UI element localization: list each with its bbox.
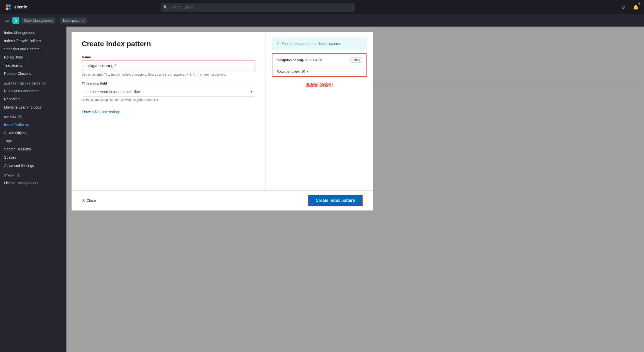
sidebar-item-advanced-settings[interactable]: Advanced Settings [0, 161, 66, 170]
sidebar-section-stack: Stack ? License Management [0, 170, 66, 187]
create-index-pattern-button[interactable]: Create index pattern [308, 195, 363, 206]
notifications-icon-button[interactable]: 🔔 [632, 3, 640, 11]
breadcrumb-current-page: Index patterns [61, 18, 87, 24]
elastic-logo-icon [4, 3, 12, 11]
breadcrumb-bar: ☰ D Stack Management › Index patterns [0, 14, 644, 27]
name-label: Name [82, 55, 255, 59]
check-icon: ✓ [276, 41, 280, 46]
svg-point-2 [6, 7, 8, 10]
breadcrumb-stack-management[interactable]: Stack Management [21, 18, 55, 24]
global-search-bar[interactable]: 🔍 [161, 3, 355, 11]
timestamp-select[interactable]: --- I don't want to use the time filter … [82, 87, 255, 97]
rows-chevron-icon: ▾ [307, 70, 308, 73]
sidebar-section-title-stack: Stack ? [0, 170, 66, 179]
modal-title: Create index pattern [82, 40, 255, 48]
close-button[interactable]: ✕ Close [82, 196, 96, 205]
sidebar-item-index-lifecycle-policies[interactable]: Index Lifecycle Policies [0, 37, 66, 45]
sidebar-item-snapshot-restore[interactable]: Snapshot and Restore [0, 45, 66, 53]
svg-point-3 [8, 7, 11, 10]
sidebar-section-kibana: Kibana ? Index Patterns Saved Objects Ta… [0, 111, 66, 170]
sidebar-section-title-kibana: Kibana ? [0, 111, 66, 121]
timestamp-hint: Select a timestamp field for use with th… [82, 98, 255, 102]
breadcrumb-separator: › [57, 18, 59, 22]
timestamp-select-wrapper: --- I don't want to use the time filter … [82, 87, 255, 97]
kibana-help-icon[interactable]: ? [18, 115, 22, 119]
close-x-icon: ✕ [82, 198, 85, 203]
chinese-annotation: 匹配到的索引 [272, 82, 367, 88]
sidebar-item-index-patterns[interactable]: Index Patterns [0, 121, 66, 129]
sidebar-item-machine-learning[interactable]: Machine Learning Jobs [0, 103, 66, 111]
sidebar-item-rules-connectors[interactable]: Rules and Connectors [0, 87, 66, 95]
elastic-logo-text: elastic [14, 5, 27, 9]
index-type-badge: Index [350, 57, 362, 63]
sidebar-item-index-management[interactable]: Index Management [0, 29, 66, 37]
sidebar-section-title-alerts: Alerts and Insights ? [0, 78, 66, 87]
sidebar-section-alerts: Alerts and Insights ? Rules and Connecto… [0, 78, 66, 111]
sidebar-item-rollup-jobs[interactable]: Rollup Jobs [0, 53, 66, 61]
sidebar-item-remote-clusters[interactable]: Remote Clusters [0, 69, 66, 78]
match-banner-text: Your index pattern matches 1 source. [282, 42, 341, 46]
modal-overlay: Create index pattern Name Use an asteris… [66, 27, 644, 352]
search-icon: 🔍 [163, 5, 168, 9]
rows-per-page-value: 10 [301, 69, 305, 73]
rows-per-page-control[interactable]: Rows per page: 10 ▾ [272, 66, 366, 76]
sidebar: Index Management Index Lifecycle Policie… [0, 27, 66, 352]
sidebar-section-data: Index Management Index Lifecycle Policie… [0, 29, 66, 78]
sidebar-item-spaces[interactable]: Spaces [0, 153, 66, 161]
advanced-settings-link[interactable]: Show advanced settings [82, 110, 121, 114]
sidebar-item-saved-objects[interactable]: Saved Objects [0, 129, 66, 137]
sidebar-item-transforms[interactable]: Transforms [0, 61, 66, 69]
modal-footer: ✕ Close Create index pattern [72, 190, 373, 210]
modal-form-panel: Create index pattern Name Use an asteris… [72, 32, 266, 190]
sidebar-item-tags[interactable]: Tags [0, 137, 66, 145]
name-hint: Use an asterisk (*) to match multiple ch… [82, 73, 255, 76]
timestamp-label: Timestamp field [82, 81, 255, 85]
match-item: mingyue-debug-2022.04.26 Index [272, 54, 366, 66]
match-banner: ✓ Your index pattern matches 1 source. [272, 38, 367, 49]
match-results-panel: mingyue-debug-2022.04.26 Index Rows per … [272, 53, 367, 77]
rows-per-page-label: Rows per page: [277, 69, 300, 73]
match-item-name: mingyue-debug-2022.04.26 [277, 58, 322, 62]
hamburger-menu-button[interactable]: ☰ [4, 17, 10, 24]
search-input[interactable] [161, 3, 355, 11]
logo-area: elastic [4, 3, 27, 11]
match-item-suffix: 2022.04.26 [304, 58, 322, 62]
user-avatar: D [12, 17, 19, 24]
timestamp-form-group: Timestamp field --- I don't want to use … [82, 81, 255, 102]
help-icon-button[interactable]: ⊙ [619, 3, 628, 11]
match-item-prefix: mingyue-debug- [277, 58, 304, 62]
main-content-area: Inc Create Elasti 🔍 Patter Create index … [66, 27, 644, 352]
sidebar-item-license-management[interactable]: License Management [0, 179, 66, 187]
main-layout: Index Management Index Lifecycle Policie… [0, 27, 644, 352]
svg-point-0 [6, 4, 8, 7]
sidebar-item-reporting[interactable]: Reporting [0, 95, 66, 103]
name-form-group: Name Use an asterisk (*) to match multip… [82, 55, 255, 76]
close-button-label: Close [87, 198, 96, 203]
modal-body: Create index pattern Name Use an asteris… [72, 32, 373, 190]
sidebar-item-search-sessions[interactable]: Search Sessions [0, 145, 66, 153]
create-index-pattern-modal: Create index pattern Name Use an asteris… [72, 32, 373, 210]
navbar-right-icons: ⊙ 🔔 [619, 3, 640, 11]
alerts-help-icon[interactable]: ? [42, 82, 46, 85]
stack-help-icon[interactable]: ? [17, 174, 20, 177]
top-navbar: elastic 🔍 ⊙ 🔔 [0, 0, 644, 14]
modal-match-panel: ✓ Your index pattern matches 1 source. m… [266, 32, 373, 190]
svg-point-1 [8, 4, 11, 7]
name-input[interactable] [82, 61, 255, 71]
